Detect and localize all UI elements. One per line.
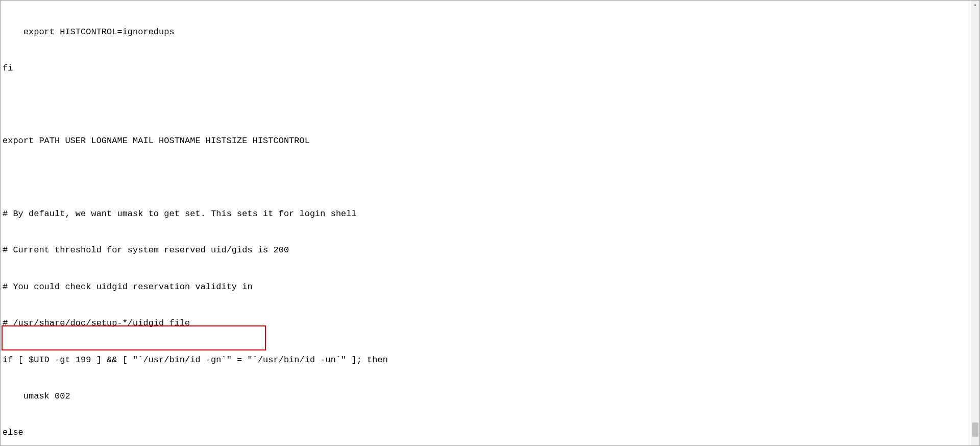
scroll-up-arrow-icon[interactable]: ▴ bbox=[971, 1, 979, 9]
editor-viewport[interactable]: export HISTCONTROL=ignoredups fi export … bbox=[1, 1, 971, 445]
code-line bbox=[3, 99, 969, 111]
code-line: # /usr/share/doc/setup-*/uidgid file bbox=[3, 317, 969, 330]
code-line: umask 002 bbox=[3, 390, 969, 403]
vertical-scrollbar[interactable]: ▴ bbox=[971, 1, 979, 445]
code-line: else bbox=[3, 427, 969, 439]
terminal-window: export HISTCONTROL=ignoredups fi export … bbox=[0, 0, 980, 446]
code-line bbox=[3, 172, 969, 184]
code-line: fi bbox=[3, 62, 969, 75]
code-line: export PATH USER LOGNAME MAIL HOSTNAME H… bbox=[3, 135, 969, 147]
code-line: export HISTCONTROL=ignoredups bbox=[3, 26, 969, 38]
code-line: # Current threshold for system reserved … bbox=[3, 244, 969, 256]
code-line: # You could check uidgid reservation val… bbox=[3, 281, 969, 293]
scrollbar-thumb[interactable] bbox=[972, 422, 978, 437]
code-line: if [ $UID -gt 199 ] && [ "`/usr/bin/id -… bbox=[3, 354, 969, 366]
code-line: # By default, we want umask to get set. … bbox=[3, 208, 969, 220]
